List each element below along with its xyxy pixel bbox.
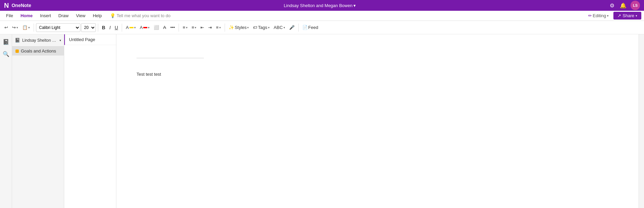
app-name: OneNote <box>11 3 31 8</box>
indent-increase-button[interactable]: ⇥ <box>206 24 214 31</box>
notebook-panel: 📓 Lindsay Shelton and Megan Bowen ▾ Goal… <box>12 34 64 208</box>
chevron-down-icon: ▾ <box>607 14 609 18</box>
feed-label: Feed <box>308 25 318 30</box>
title-bar: N OneNote Lindsay Shelton and Megan Bowe… <box>0 0 644 11</box>
chevron-down-icon: ▾ <box>353 3 356 8</box>
search-icon: 💡 <box>110 13 115 18</box>
clear-format-icon: A̶ <box>163 25 166 30</box>
menu-home[interactable]: Home <box>17 12 36 19</box>
page-body-text[interactable]: Test test test <box>137 72 618 77</box>
share-icon: ↗ <box>617 13 621 18</box>
chevron-down-icon: ▾ <box>268 26 270 29</box>
menu-insert[interactable]: Insert <box>37 12 54 19</box>
toolbar-separator-3 <box>122 24 122 32</box>
chevron-down-icon: ▾ <box>186 26 188 29</box>
redo-icon: ↪ <box>12 25 16 30</box>
redo-button[interactable]: ↪ ▾ <box>10 24 20 31</box>
bold-icon: B <box>102 25 105 30</box>
search-icon: 🔍 <box>3 51 9 57</box>
page-title[interactable] <box>137 48 204 58</box>
font-name-select[interactable]: Calibri Light Calibri Arial Times New Ro… <box>36 23 80 32</box>
undo-button[interactable]: ↩ <box>3 24 10 31</box>
title-bar-right: ⚙ 🔔 LS <box>608 1 640 10</box>
notifications-button[interactable]: 🔔 <box>618 2 628 9</box>
menu-draw[interactable]: Draw <box>55 12 72 19</box>
avatar-initials: LS <box>633 3 638 7</box>
numbered-list-icon: ≡ <box>192 25 194 30</box>
menu-bar: File Home Insert Draw View Help 💡 Tell m… <box>0 11 644 21</box>
bullet-list-button[interactable]: ≡ ▾ <box>181 24 189 31</box>
search-bar: 💡 Tell me what you want to do <box>110 13 171 18</box>
font-color-button[interactable]: A ▾ <box>138 24 152 31</box>
editing-label: Editing <box>593 13 606 18</box>
chevron-down-icon: ▾ <box>148 26 150 29</box>
main-layout: 📓 🔍 📓 Lindsay Shelton and Megan Bowen ▾ … <box>0 34 644 208</box>
highlight-color-bar <box>129 27 134 28</box>
numbered-list-button[interactable]: ≡ ▾ <box>190 24 198 31</box>
styles-button[interactable]: ✨ Styles ▾ <box>227 24 251 31</box>
menu-file[interactable]: File <box>3 12 16 19</box>
notebook-icon: 📓 <box>15 38 20 43</box>
font-size-select[interactable]: 20 8101214 1618242836 <box>81 23 96 32</box>
highlight-icon: A <box>126 25 129 30</box>
toolbar-separator-5 <box>225 24 225 32</box>
spell-check-button[interactable]: ABC ▾ <box>272 24 287 31</box>
sidebar-icons: 📓 🔍 <box>0 34 12 208</box>
sidebar-notebook-icon[interactable]: 📓 <box>1 37 11 46</box>
underline-button[interactable]: U <box>113 24 120 32</box>
share-button[interactable]: ↗ Share ▾ <box>613 12 641 20</box>
italic-button[interactable]: I <box>108 24 112 32</box>
chevron-down-icon: ▾ <box>219 26 221 29</box>
eraser-button[interactable]: ⬜ <box>152 24 161 31</box>
notebook-title-button[interactable]: Lindsay Shelton and Megan Bowen ▾ <box>284 3 356 8</box>
chevron-down-icon: ▾ <box>195 26 196 29</box>
avatar[interactable]: LS <box>631 1 640 10</box>
align-icon: ≡ <box>216 25 219 30</box>
italic-icon: I <box>109 25 111 30</box>
bold-button[interactable]: B <box>100 24 107 32</box>
indent-decrease-button[interactable]: ⇤ <box>199 24 206 31</box>
align-button[interactable]: ≡ ▾ <box>214 24 223 31</box>
share-label: Share <box>622 13 634 18</box>
sidebar-search-icon[interactable]: 🔍 <box>1 49 11 59</box>
section-goals-and-actions[interactable]: Goals and Actions <box>12 46 64 56</box>
indent-increase-icon: ⇥ <box>208 25 212 30</box>
feed-icon: 📄 <box>302 25 308 30</box>
menu-bar-right: ✏ Editing ▾ ↗ Share ▾ <box>586 12 641 20</box>
notebook-header[interactable]: 📓 Lindsay Shelton and Megan Bowen ▾ <box>12 34 64 46</box>
highlight-button[interactable]: A ▾ <box>124 24 138 31</box>
menu-help[interactable]: Help <box>89 12 105 19</box>
more-options-button[interactable]: ••• <box>168 24 177 31</box>
microphone-icon: 🎤 <box>289 25 295 30</box>
editing-mode-button[interactable]: ✏ Editing ▾ <box>586 12 611 19</box>
more-icon: ••• <box>170 25 175 30</box>
indent-decrease-icon: ⇤ <box>200 25 204 30</box>
content-area[interactable]: Test test test <box>116 34 639 208</box>
page-label: Untitled Page <box>69 37 95 42</box>
dictate-button[interactable]: 🎤 <box>288 24 296 31</box>
styles-label: Styles <box>235 25 247 30</box>
tags-label: Tags <box>258 25 267 30</box>
toolbar-separator-2 <box>98 24 98 32</box>
notebook-icon: 📓 <box>3 39 9 45</box>
menu-view[interactable]: View <box>73 12 89 19</box>
eraser-icon: ⬜ <box>154 25 159 30</box>
right-panel <box>639 34 644 208</box>
paste-button[interactable]: 📋 ▾ <box>21 24 32 31</box>
chevron-down-icon: ▾ <box>16 26 18 29</box>
page-untitled[interactable]: Untitled Page <box>64 34 116 45</box>
bell-icon: 🔔 <box>620 2 627 9</box>
feed-button[interactable]: 📄 Feed <box>301 24 320 31</box>
tags-button[interactable]: 🏷 Tags ▾ <box>251 24 271 31</box>
underline-icon: U <box>115 25 118 30</box>
notebook-title-text: Lindsay Shelton and Megan Bowen <box>284 3 353 8</box>
font-color-icon: A <box>140 25 143 30</box>
toolbar-separator-6 <box>298 24 299 32</box>
chevron-down-icon: ▾ <box>60 39 61 42</box>
clear-format-button[interactable]: A̶ <box>161 24 168 31</box>
toolbar-separator-4 <box>179 24 179 32</box>
settings-button[interactable]: ⚙ <box>608 2 616 9</box>
toolbar-separator <box>34 24 34 32</box>
chevron-down-icon: ▾ <box>636 14 637 18</box>
chevron-down-icon: ▾ <box>283 26 285 29</box>
